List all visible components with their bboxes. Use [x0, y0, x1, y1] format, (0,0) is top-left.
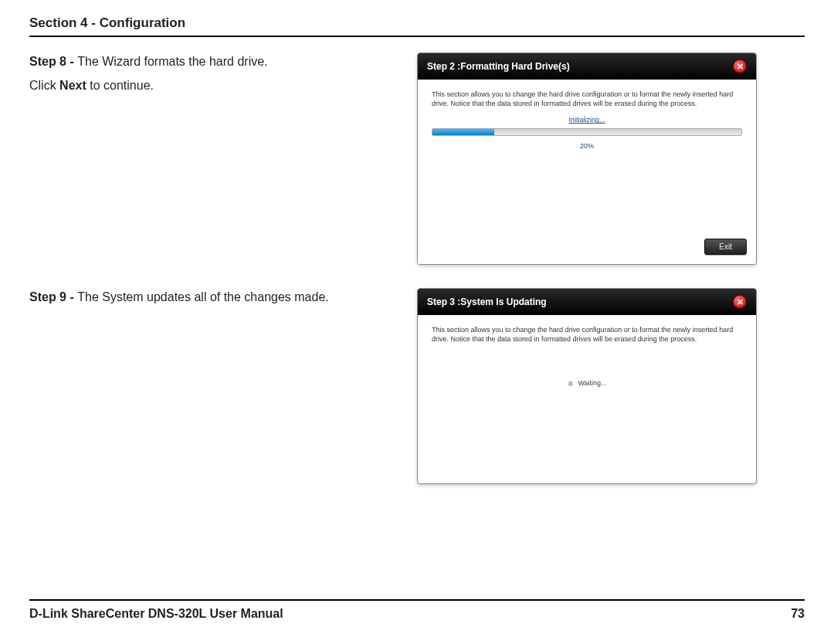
wizard2-header: Step 3 :System Is Updating ✕: [418, 289, 756, 315]
wizard2-desc: This section allows you to change the ha…: [432, 326, 742, 344]
step9-text: The System updates all of the changes ma…: [77, 290, 329, 303]
step8-row: Step 8 - The Wizard formats the hard dri…: [29, 53, 805, 265]
wizard-format-hdd: Step 2 :Formatting Hard Drive(s) ✕ This …: [417, 53, 757, 265]
exit-button[interactable]: Exit: [704, 239, 747, 255]
step8-click-prefix: Click: [29, 79, 59, 92]
step9-text-col: Step 9 - The System updates all of the c…: [29, 288, 400, 484]
close-icon[interactable]: ✕: [733, 59, 747, 73]
close-icon[interactable]: ✕: [733, 295, 747, 309]
wizard-system-updating: Step 3 :System Is Updating ✕ This sectio…: [417, 288, 757, 484]
page-number: 73: [791, 607, 805, 621]
wizard1-desc: This section allows you to change the ha…: [432, 90, 742, 108]
manual-title: D-Link ShareCenter DNS-320L User Manual: [29, 607, 283, 621]
step8-text: The Wizard formats the hard drive.: [77, 55, 267, 68]
wizard1-header: Step 2 :Formatting Hard Drive(s) ✕: [418, 53, 756, 80]
step8-text-col: Step 8 - The Wizard formats the hard dri…: [29, 53, 400, 265]
progress-label: Initializing...: [432, 116, 742, 125]
page-footer: D-Link ShareCenter DNS-320L User Manual …: [29, 599, 805, 621]
step8-click-suffix: to continue.: [86, 79, 154, 92]
step9-label: Step 9 -: [29, 290, 77, 303]
wizard1-title: Step 2 :Formatting Hard Drive(s): [427, 61, 570, 72]
waiting-indicator: Waiting...: [432, 379, 742, 388]
wizard2-title: Step 3 :System Is Updating: [427, 297, 547, 307]
step9-row: Step 9 - The System updates all of the c…: [29, 288, 805, 484]
wizard2-body: This section allows you to change the ha…: [418, 315, 756, 483]
waiting-text: Waiting...: [578, 379, 606, 387]
progress-fill: [432, 129, 494, 135]
progress-bar: [432, 128, 742, 136]
wizard1-footer: Exit: [418, 234, 756, 264]
step8-click-bold: Next: [59, 79, 86, 92]
step8-label: Step 8 -: [29, 55, 77, 68]
wizard1-body: This section allows you to change the ha…: [418, 80, 756, 234]
section-title: Section 4 - Configuration: [29, 15, 805, 37]
progress-percent: 20%: [432, 142, 742, 151]
spinner-icon: [567, 380, 575, 388]
